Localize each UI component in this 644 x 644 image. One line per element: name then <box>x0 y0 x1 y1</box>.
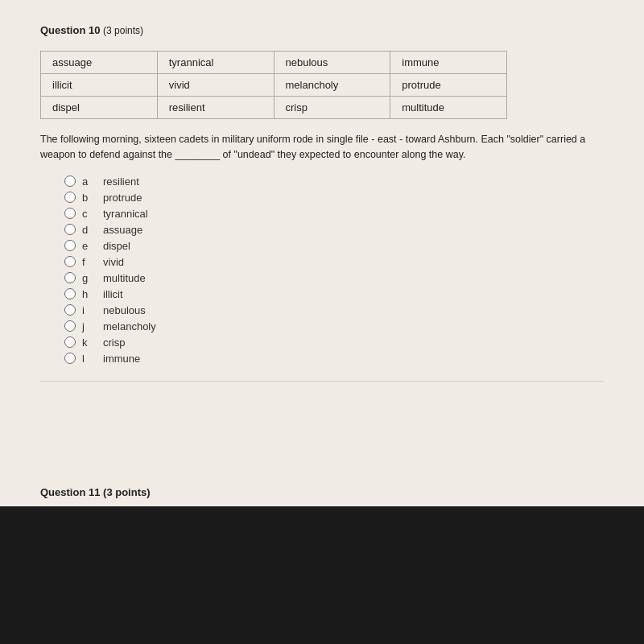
list-item[interactable]: inebulous <box>64 304 604 316</box>
table-cell: nebulous <box>274 52 390 74</box>
option-letter: h <box>82 288 95 300</box>
option-text: resilient <box>103 175 139 188</box>
list-item[interactable]: ctyrannical <box>64 208 604 220</box>
table-cell: resilient <box>157 97 274 119</box>
table-cell: crisp <box>274 97 390 119</box>
option-text: protrude <box>103 192 142 204</box>
option-letter: f <box>82 256 95 268</box>
section-divider <box>40 381 604 382</box>
option-letter: g <box>82 272 95 284</box>
radio-button[interactable] <box>64 224 76 235</box>
option-letter: b <box>82 192 95 204</box>
option-text: tyrannical <box>103 208 148 220</box>
option-letter: c <box>82 208 95 220</box>
option-letter: l <box>82 353 95 365</box>
list-item[interactable]: hillicit <box>64 288 604 300</box>
radio-button[interactable] <box>64 192 76 203</box>
table-cell: tyrannical <box>157 52 274 74</box>
table-cell: multitude <box>390 97 507 119</box>
option-text: illicit <box>103 288 123 300</box>
option-text: dispel <box>103 240 130 252</box>
question-11-points: (3 points) <box>103 486 151 498</box>
list-item[interactable]: gmultitude <box>64 272 604 284</box>
option-text: nebulous <box>103 304 146 316</box>
list-item[interactable]: dassuage <box>64 224 604 236</box>
radio-button[interactable] <box>64 353 76 364</box>
list-item[interactable]: bprotrude <box>64 192 604 204</box>
list-item[interactable]: edispel <box>64 240 604 252</box>
options-list: aresilientbprotrudectyrannicaldassuageed… <box>64 175 604 365</box>
list-item[interactable]: limmune <box>64 353 604 365</box>
option-text: assuage <box>103 224 142 236</box>
list-item[interactable]: aresilient <box>64 175 604 188</box>
table-cell: protrude <box>390 74 507 97</box>
table-cell: illicit <box>41 74 158 97</box>
option-letter: e <box>82 240 95 252</box>
radio-button[interactable] <box>64 336 76 348</box>
radio-button[interactable] <box>64 272 76 283</box>
question-text: The following morning, sixteen cadets in… <box>40 132 588 163</box>
question-10-points: (3 points) <box>103 25 143 36</box>
list-item[interactable]: fvivid <box>64 256 604 268</box>
table-cell: melancholy <box>274 74 390 97</box>
table-cell: immune <box>390 52 507 74</box>
option-letter: i <box>82 304 95 316</box>
radio-button[interactable] <box>64 175 76 187</box>
list-item[interactable]: jmelancholy <box>64 320 604 332</box>
radio-button[interactable] <box>64 240 76 251</box>
option-text: immune <box>103 353 140 365</box>
question-11-header: Question 11 (3 points) <box>0 475 644 506</box>
option-text: crisp <box>103 336 125 349</box>
list-item[interactable]: kcrisp <box>64 336 604 349</box>
vocabulary-table: assuagetyrannicalnebulousimmuneillicitvi… <box>40 51 507 119</box>
option-letter: a <box>82 175 95 188</box>
table-cell: vivid <box>157 74 274 97</box>
page-bottom <box>0 506 644 644</box>
radio-button[interactable] <box>64 256 76 267</box>
option-letter: d <box>82 224 95 236</box>
question-11-label: Question 11 <box>40 486 100 498</box>
question-10-label: Question 10 <box>40 24 100 36</box>
option-text: melancholy <box>103 320 156 332</box>
option-letter: k <box>82 336 95 349</box>
option-letter: j <box>82 320 95 332</box>
option-text: multitude <box>103 272 146 284</box>
radio-button[interactable] <box>64 208 76 219</box>
radio-button[interactable] <box>64 288 76 299</box>
radio-button[interactable] <box>64 320 76 332</box>
table-cell: assuage <box>41 52 158 74</box>
table-cell: dispel <box>41 97 158 119</box>
option-text: vivid <box>103 256 124 268</box>
radio-button[interactable] <box>64 304 76 316</box>
question-10-header: Question 10 (3 points) <box>40 24 604 36</box>
